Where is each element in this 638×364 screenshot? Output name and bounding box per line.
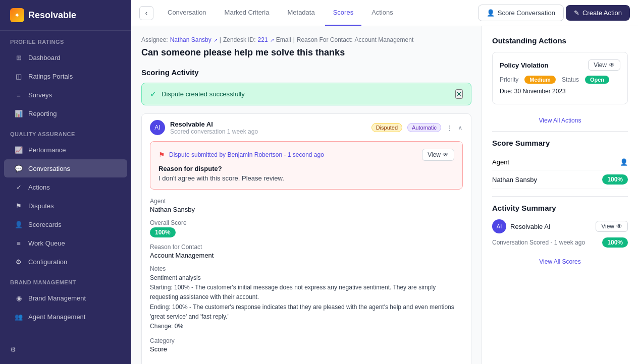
priority-badge: Medium xyxy=(524,76,556,84)
assignee-label: Assignee: xyxy=(141,36,168,43)
sidebar-item-reporting[interactable]: 📊 Reporting xyxy=(4,104,127,123)
category-stub-value: Score xyxy=(150,345,463,353)
sidebar-item-label: Work Queue xyxy=(28,239,65,247)
reason-value: Account Management xyxy=(354,36,413,43)
success-banner-close[interactable]: ✕ xyxy=(455,89,463,99)
sidebar-section-qa: Quality Assurance 📈 Performance 💬 Conver… xyxy=(0,123,131,271)
agent-detail-value: Nathan Sansby xyxy=(150,206,463,213)
reason-contact-detail-label: Reason for Contact xyxy=(150,244,463,251)
ratings-portals-icon: ◫ xyxy=(14,72,23,81)
sidebar-item-scorecards[interactable]: 👤 Scorecards xyxy=(4,215,127,233)
sidebar-item-brand-management[interactable]: ◉ Brand Management xyxy=(4,289,127,307)
dots-menu-button[interactable]: ⋮ xyxy=(446,124,453,132)
sidebar-item-conversations[interactable]: 💬 Conversations xyxy=(4,159,127,177)
scorer-name: Resolvable AI xyxy=(170,120,258,128)
create-action-icon: ✎ xyxy=(574,9,579,17)
success-banner: ✓ Dispute created successfully ✕ xyxy=(141,83,471,105)
work-queue-icon: ≡ xyxy=(14,238,23,248)
logo-icon: ✦ xyxy=(10,8,24,22)
brand-management-icon: ◉ xyxy=(14,293,23,302)
scorecards-icon: 👤 xyxy=(14,220,23,229)
category-stub-label: Category xyxy=(150,337,463,344)
sidebar-logo: ✦ Resolvable xyxy=(0,0,131,31)
zendesk-link[interactable]: 221 xyxy=(258,36,268,43)
sidebar-section-label-qa: Quality Assurance xyxy=(0,123,131,140)
assignee-link[interactable]: Nathan Sansby xyxy=(170,36,211,43)
outstanding-action-card: Policy Violation View 👁 Priority Medium … xyxy=(492,52,628,104)
sidebar-item-agent-management[interactable]: 👥 Agent Management xyxy=(4,308,127,326)
center-panel: Assignee: Nathan Sansby ↗ | Zendesk ID: … xyxy=(131,26,482,364)
sidebar-item-configuration[interactable]: ⚙ Configuration xyxy=(4,253,127,271)
dispute-header: ⚑ Dispute submitted by Benjamin Robertso… xyxy=(158,149,454,161)
sidebar-item-work-queue[interactable]: ≡ Work Queue xyxy=(4,234,127,252)
action-card-title: Policy Violation View 👁 xyxy=(500,59,620,71)
sidebar-item-ratings-portals[interactable]: ◫ Ratings Portals xyxy=(4,67,127,85)
score-summary-title: Score Summary xyxy=(492,139,628,147)
gear-icon: ⚙ xyxy=(10,346,16,353)
agent-detail-label: Agent xyxy=(150,198,463,205)
reporting-icon: 📊 xyxy=(14,109,23,118)
sidebar-item-label: Agent Management xyxy=(28,313,85,321)
scorer-info: Resolvable AI Scored conversation 1 week… xyxy=(170,120,258,135)
category-stub-row: Category Score xyxy=(150,337,463,353)
conversation-title: Can someone please help me solve this th… xyxy=(141,47,471,58)
activity-row: AI Resolvable AI View 👁 xyxy=(492,219,628,233)
sidebar-item-label: Conversations xyxy=(28,165,70,172)
tab-metadata[interactable]: Metadata xyxy=(279,0,323,26)
performance-icon: 📈 xyxy=(14,145,23,154)
notes-label: Notes xyxy=(150,265,463,272)
back-button[interactable]: ‹ xyxy=(139,6,153,20)
overall-score-detail-row: Overall Score 100% xyxy=(150,219,463,237)
activity-scorer-name: Resolvable AI xyxy=(510,223,592,230)
outstanding-actions-title: Outstanding Actions xyxy=(492,36,628,45)
agent-management-icon: 👥 xyxy=(14,312,23,321)
conversations-icon: 💬 xyxy=(14,164,23,173)
sidebar-item-label: Surveys xyxy=(28,91,52,99)
dispute-view-button[interactable]: View 👁 xyxy=(422,149,454,161)
sidebar-section-label-profile: Profile Ratings xyxy=(0,31,131,48)
status-badge: Open xyxy=(585,76,609,84)
badge-automatic: Automatic xyxy=(407,123,441,132)
badge-disputed: Disputed xyxy=(371,123,402,132)
sidebar-item-label: Dashboard xyxy=(28,54,61,62)
tab-actions[interactable]: Actions xyxy=(363,0,401,26)
due-value: 30 November 2023 xyxy=(514,88,566,95)
external-link-icon-assignee: ↗ xyxy=(214,37,218,43)
chevron-left-icon: ‹ xyxy=(145,9,147,17)
score-conversation-button[interactable]: 👤 Score Conversation xyxy=(478,5,564,21)
sidebar-item-dashboard[interactable]: ⊞ Dashboard xyxy=(4,48,127,67)
sidebar-section-brand: Brand Management ◉ Brand Management 👥 Ag… xyxy=(0,271,131,326)
sidebar-item-performance[interactable]: 📈 Performance xyxy=(4,141,127,159)
score-summary-agent-row: Nathan Sansby 100% xyxy=(492,170,628,189)
score-icon: 👤 xyxy=(487,9,495,17)
sidebar-item-disputes[interactable]: ⚑ Disputes xyxy=(4,197,127,215)
activity-detail-text: Conversation Scored - 1 week ago xyxy=(492,239,585,246)
activity-summary-title: Activity Summary xyxy=(492,204,628,212)
score-details: Agent Nathan Sansby Overall Score 100% R… xyxy=(142,198,471,364)
chevron-up-icon[interactable]: ∧ xyxy=(458,124,463,132)
view-all-scores-link[interactable]: View All Scores xyxy=(492,254,628,265)
dispute-reason-text: I don't agree with this score. Please re… xyxy=(158,174,454,182)
view-all-actions-link[interactable]: View All Actions xyxy=(492,112,628,124)
create-action-button[interactable]: ✎ Create Action xyxy=(566,5,630,21)
dashboard-icon: ⊞ xyxy=(14,53,23,62)
configuration-icon: ⚙ xyxy=(14,257,23,266)
scorer-avatar: AI xyxy=(150,120,165,135)
sidebar-item-surveys[interactable]: ≡ Surveys xyxy=(4,86,127,104)
tab-marked-criteria[interactable]: Marked Criteria xyxy=(217,0,278,26)
sidebar-gear-button[interactable]: ⚙ xyxy=(4,341,127,358)
sidebar-item-actions[interactable]: ✓ Actions xyxy=(4,178,127,196)
tab-conversation[interactable]: Conversation xyxy=(160,0,215,26)
eye-icon-action: 👁 xyxy=(609,62,615,69)
activity-view-button[interactable]: View 👁 xyxy=(596,221,628,232)
actions-icon: ✓ xyxy=(14,183,23,192)
reason-contact-detail-value: Account Management xyxy=(150,252,463,259)
scoring-activity-title: Scoring Activity xyxy=(141,68,471,77)
sidebar-section-profile: Profile Ratings ⊞ Dashboard ◫ Ratings Po… xyxy=(0,31,131,123)
outstanding-action-view-button[interactable]: View 👁 xyxy=(588,59,620,71)
priority-label: Priority xyxy=(500,76,518,83)
tab-scores[interactable]: Scores xyxy=(325,0,361,26)
agent-detail-row: Agent Nathan Sansby xyxy=(150,198,463,213)
score-summary-agent-name: Nathan Sansby xyxy=(492,176,537,184)
activity-avatar: AI xyxy=(492,219,506,233)
